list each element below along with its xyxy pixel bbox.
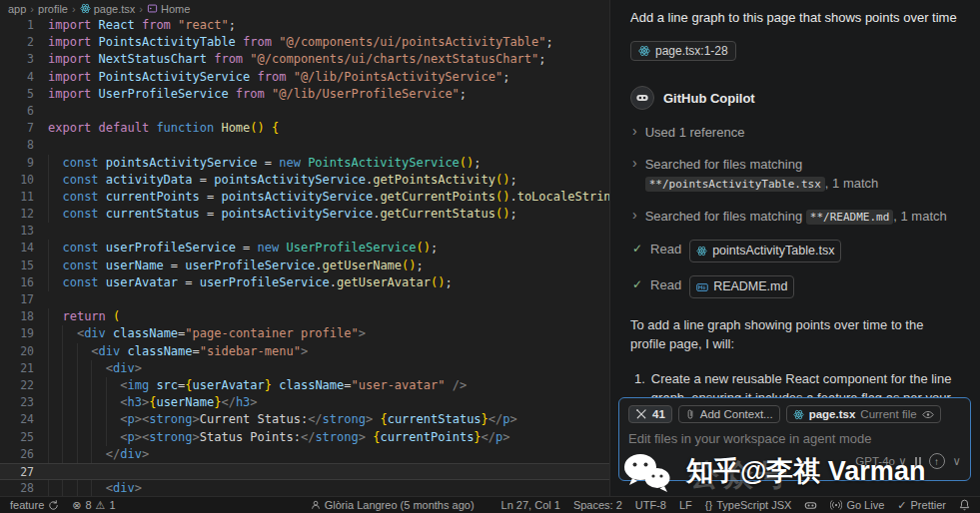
line-number[interactable]: 16 [0,274,34,291]
chevron-right-icon[interactable]: › [632,155,637,172]
code-line[interactable]: 17 [0,291,609,308]
line-number[interactable]: 24 [0,411,34,428]
code-line[interactable]: 19 <div className="page-container profil… [0,325,609,342]
line-number[interactable]: 11 [0,189,34,206]
line-number[interactable]: 26 [0,446,34,463]
code-line[interactable]: 3import NextStatusChart from "@/componen… [0,51,609,68]
used-references-row[interactable]: › Used 1 reference [632,123,960,142]
chevron-down-icon[interactable]: ∨ [953,454,961,468]
add-context-button[interactable]: Add Context... [678,405,780,423]
breadcrumb-symbol-home[interactable]: Home [147,3,190,15]
code-line[interactable]: 25 <p><strong>Status Points:</strong> {c… [0,429,609,446]
assistant-header: GitHub Copilot [630,86,980,110]
code-editor[interactable]: 1import React from "react";2import Point… [0,17,609,496]
code-line[interactable]: 9 const pointsActivityService = new Poin… [0,155,609,172]
chevron-right-icon[interactable]: › [632,207,637,224]
request-chip-label: page.tsx:1-28 [655,44,728,58]
current-file-chip[interactable]: page.tsx Current file [786,405,941,423]
code-line[interactable]: 2import PointsActivityTable from "@/comp… [0,34,609,51]
code-line[interactable]: 13 [0,223,609,240]
line-number[interactable]: 2 [0,34,34,51]
line-number[interactable]: 28 [0,480,34,496]
code-line[interactable]: 24 <p><strong>Current Status:</strong> {… [0,411,609,428]
code-line[interactable]: 4import PointsActivityService from "@/li… [0,69,609,86]
code-line[interactable]: 1import React from "react"; [0,17,609,34]
search-step-row[interactable]: › Searched for files matching **/README.… [632,207,960,227]
problems-item[interactable]: ⊗8 ⚠1 [72,499,115,512]
mic-icon[interactable] [628,455,639,468]
line-number[interactable]: 15 [0,257,34,274]
code-line[interactable]: 21 <div> [0,360,609,377]
line-number[interactable]: 25 [0,429,34,446]
code-line[interactable]: 15 const userName = userProfileService.g… [0,257,609,274]
code-line[interactable]: 6 [0,103,609,120]
prettier-item[interactable]: ✓ Prettier [897,499,946,512]
search-step-row[interactable]: › Searched for files matching **/pointsA… [632,155,960,194]
breadcrumb-profile[interactable]: profile [38,3,68,15]
indentation-item[interactable]: Spaces: 2 [573,499,622,511]
line-number[interactable]: 23 [0,394,34,411]
eye-icon[interactable] [922,410,934,419]
blame-annotation[interactable]: Glòria Langreo (5 months ago) [311,499,475,511]
line-number[interactable]: 12 [0,206,34,223]
go-live-item[interactable]: Go Live [830,499,884,511]
line-number[interactable]: 17 [0,291,34,308]
send-icon[interactable]: ↑ [929,453,945,469]
line-number[interactable]: 5 [0,86,34,103]
line-number[interactable]: 7 [0,120,34,137]
chat-input-box[interactable]: 41 Add Context... page.tsx Current file … [618,397,971,481]
chat-input[interactable] [628,431,961,446]
request-context-chip[interactable]: page.tsx:1-28 [630,41,736,61]
line-number[interactable]: 27 [0,464,34,481]
code-line[interactable]: 10 const activityData = pointsActivitySe… [0,172,609,189]
code-line[interactable]: 7export default function Home() { [0,120,609,137]
line-number[interactable]: 19 [0,325,34,342]
line-number[interactable]: 10 [0,172,34,189]
line-number[interactable]: 6 [0,103,34,120]
line-number[interactable]: 20 [0,343,34,360]
search-step-text: Searched for files matching **/pointsAct… [645,155,960,194]
language-mode-item[interactable]: {} TypeScript JSX [705,499,792,511]
code-line[interactable]: 26 </div> [0,446,609,463]
cursor-position-item[interactable]: Ln 27, Col 1 [501,499,560,511]
chevron-right-icon[interactable]: › [632,123,637,140]
eol-item[interactable]: LF [679,499,692,511]
breadcrumb-file[interactable]: page.tsx [80,3,136,15]
line-number[interactable]: 4 [0,69,34,86]
code-line[interactable]: 20 <div className="sidebar-menu"> [0,343,609,360]
code-line[interactable]: 5import UserProfileService from "@/lib/U… [0,86,609,103]
line-number[interactable]: 1 [0,17,34,34]
code-text: const currentStatus = pointsActivityServ… [48,206,517,223]
copilot-chat-panel: Add a line graph to this page that shows… [609,0,980,496]
model-picker[interactable]: GPT-4o ∨ [855,454,906,468]
code-line[interactable]: 8 [0,137,609,154]
pause-icon[interactable] [915,457,921,466]
file-chip[interactable]: pointsActivityTable.tsx [689,240,841,262]
code-line[interactable]: 23 <h3>{userName}</h3> [0,394,609,411]
line-number[interactable]: 9 [0,155,34,172]
line-number[interactable]: 22 [0,377,34,394]
git-branch-item[interactable]: feature [10,499,59,511]
line-number[interactable]: 14 [0,240,34,256]
file-chip[interactable]: README.md [689,275,794,298]
code-line[interactable]: 16 const userAvatar = userProfileService… [0,274,609,291]
code-line[interactable]: 28 <div> [0,480,609,496]
code-line[interactable]: 11 const currentPoints = pointsActivityS… [0,189,609,206]
copilot-status-item[interactable] [804,499,817,512]
tools-chip[interactable]: 41 [628,405,672,423]
line-number[interactable]: 3 [0,51,34,68]
code-line[interactable]: 14 const userProfileService = new UserPr… [0,240,609,256]
code-line[interactable]: 22 <img src={userAvatar} className="user… [0,377,609,394]
notifications-item[interactable] [959,499,970,511]
line-number[interactable]: 18 [0,308,34,325]
code-line[interactable]: 12 const currentStatus = pointsActivityS… [0,206,609,223]
line-number[interactable]: 8 [0,137,34,154]
breadcrumb-app[interactable]: app [8,3,26,15]
line-number[interactable]: 21 [0,360,34,377]
broadcast-icon [830,499,842,511]
read-label: Read [650,275,681,294]
code-line[interactable]: 27 [0,463,609,480]
line-number[interactable]: 13 [0,223,34,240]
code-line[interactable]: 18 return ( [0,308,609,325]
encoding-item[interactable]: UTF-8 [635,499,666,511]
